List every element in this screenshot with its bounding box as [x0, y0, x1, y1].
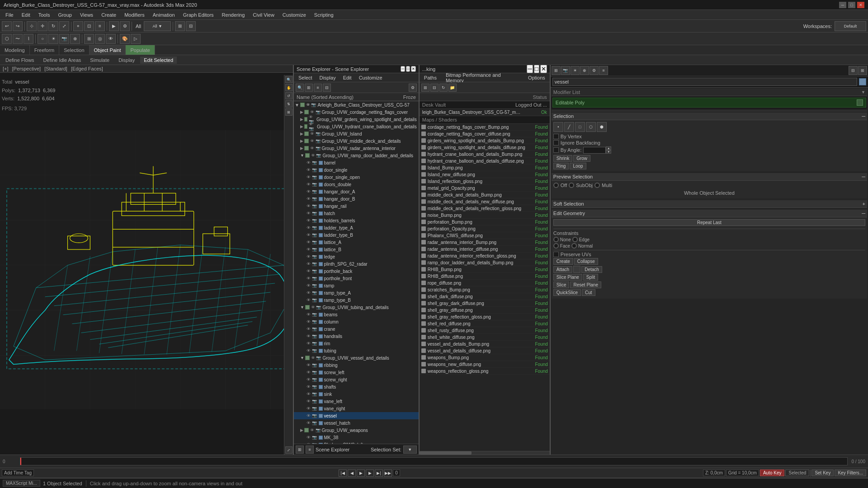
- se-item-ramp-b[interactable]: 👁 📷 ramp_type_B: [294, 296, 419, 304]
- minimize-btn[interactable]: ─: [839, 2, 846, 8]
- se-item-middledeck[interactable]: ▶ 👁 📷 Group_UVW_middle_deck_and_details: [294, 137, 419, 145]
- se-minimize-btn[interactable]: ─: [401, 66, 405, 72]
- subtab-display[interactable]: Display: [115, 56, 138, 64]
- undo-btn[interactable]: ↩: [2, 21, 12, 31]
- asset-list-item[interactable]: perforation_Opacity.png Found: [420, 225, 550, 232]
- viewport[interactable]: [+] [Perspective] [Standard] [Edged Face…: [0, 65, 294, 455]
- go-start-btn[interactable]: |◀: [339, 469, 347, 477]
- quick-render-btn[interactable]: ▷: [131, 34, 141, 44]
- se-options-btn[interactable]: ⚙: [409, 84, 417, 92]
- menu-animation[interactable]: Animation: [149, 11, 179, 19]
- object-name-field[interactable]: [552, 78, 857, 86]
- selection-set-dropdown[interactable]: ▼: [403, 446, 417, 454]
- auto-key-btn[interactable]: Auto Key: [760, 469, 785, 476]
- ap-toolbar-btn2[interactable]: ⊟: [430, 84, 439, 92]
- asset-list-item[interactable]: hydrant_crane_balloon_and_details_Bump.p…: [420, 151, 550, 158]
- asset-list-item[interactable]: metal_grid_Opacity.png Found: [420, 185, 550, 192]
- frame-counter[interactable]: 0: [393, 469, 400, 476]
- next-frame-btn[interactable]: ▶: [366, 469, 374, 477]
- pp-icon-2[interactable]: 📷: [561, 66, 570, 75]
- vp-dolly-btn[interactable]: ⇅: [285, 100, 292, 108]
- object-color-swatch[interactable]: [859, 78, 866, 85]
- se-item-doors-double[interactable]: 👁 📷 doors_double: [294, 181, 419, 188]
- vp-label-standard[interactable]: [Standard]: [44, 66, 67, 71]
- se-hierarchy-btn[interactable]: ⊞: [305, 84, 313, 92]
- asset-list-item[interactable]: middle_deck_and_details_reflection_gloss…: [420, 205, 550, 212]
- ap-close-btn[interactable]: ✕: [540, 65, 547, 73]
- edge-radio[interactable]: [572, 237, 578, 242]
- vp-label-edged[interactable]: [Edged Faces]: [71, 66, 103, 71]
- asset-list-item[interactable]: hydrant_crane_balloon_and_details_diffus…: [420, 158, 550, 164]
- window-controls[interactable]: ─ □ ✕: [839, 2, 864, 8]
- asset-list-item[interactable]: shell_red_diffuse.png Found: [420, 320, 550, 327]
- menu-civil-view[interactable]: Civil View: [249, 11, 278, 19]
- multi-radio[interactable]: [594, 183, 600, 188]
- vp-fov-btn[interactable]: ⊞: [285, 108, 292, 116]
- snap-btn[interactable]: ⌖: [73, 21, 83, 31]
- asset-list-item[interactable]: noise_Bump.png Found: [420, 212, 550, 219]
- grow-btn[interactable]: Grow: [573, 155, 590, 162]
- se-item-vane-right[interactable]: 👁 📷 vane_right: [294, 405, 419, 412]
- asset-list-item[interactable]: shell_white_diffuse.png Found: [420, 334, 550, 341]
- se-item-radar[interactable]: ▶ 👁 📷 Group_UVW_radar_antenna_interior: [294, 145, 419, 152]
- se-item-crane[interactable]: 👁 📷 crane: [294, 325, 419, 333]
- asset-list-item[interactable]: radar_antenna_interior_diffuse.png Found: [420, 246, 550, 253]
- object-btn[interactable]: ○: [38, 34, 47, 44]
- attach-options-btn[interactable]: [573, 266, 580, 273]
- isolate-btn[interactable]: ◎: [95, 34, 105, 44]
- soft-selection-header[interactable]: Soft Selection +: [552, 200, 867, 208]
- pp-icon-1[interactable]: ⊞: [552, 66, 561, 75]
- asset-list-item[interactable]: shell_gray_reflection_gloss.png Found: [420, 314, 550, 320]
- move-btn[interactable]: ✛: [38, 21, 47, 31]
- se-item-rim[interactable]: 👁 📷 rim: [294, 340, 419, 347]
- angle-up[interactable]: ▲: [606, 146, 611, 150]
- menu-customize[interactable]: Customize: [279, 11, 310, 19]
- se-item-screw-left[interactable]: 👁 📷 screw_left: [294, 369, 419, 376]
- tab-object-paint[interactable]: Object Paint: [90, 45, 126, 55]
- poly-mode-btn[interactable]: ⬡: [586, 122, 596, 132]
- poly-btn[interactable]: ⬡: [2, 34, 12, 44]
- hide-sel-btn[interactable]: 👁: [106, 34, 116, 44]
- element-mode-btn[interactable]: ⬢: [597, 122, 607, 132]
- prev-frame-btn[interactable]: ◀: [348, 469, 356, 477]
- loop-btn[interactable]: Loop: [570, 163, 586, 169]
- ap-toolbar-btn1[interactable]: ⊞: [421, 84, 429, 92]
- se-item-ribbing[interactable]: 👁 📷 ribbing: [294, 361, 419, 369]
- asset-list[interactable]: Desk Vault Logged Out ... leigh_Burke_Cl…: [420, 101, 550, 451]
- asset-list-item[interactable]: weapons_reflection_gloss.png Found: [420, 368, 550, 375]
- modifier-color-btn[interactable]: [857, 99, 863, 106]
- se-item-vessel-hatch[interactable]: 👁 📷 vessel_hatch: [294, 419, 419, 427]
- se-menu-customize[interactable]: Customize: [356, 74, 385, 81]
- se-item-ramp[interactable]: 👁 📷 ramp: [294, 282, 419, 289]
- slice-btn[interactable]: Slice: [553, 282, 570, 288]
- ap-scrollbar[interactable]: [420, 451, 550, 455]
- se-item-screw-right[interactable]: 👁 📷 screw_right: [294, 376, 419, 383]
- asset-list-item[interactable]: shell_dark_diffuse.png Found: [420, 293, 550, 300]
- key-filters-btn[interactable]: Key Filters...: [835, 469, 866, 476]
- vp-orbit-btn[interactable]: ↺: [285, 92, 292, 99]
- camera-btn[interactable]: 📷: [59, 34, 69, 44]
- asset-list-item[interactable]: shell_rusty_diffuse.png Found: [420, 327, 550, 334]
- tab-selection[interactable]: Selection: [59, 45, 89, 55]
- se-item-lattice-a[interactable]: 👁 📷 lattice_A: [294, 239, 419, 246]
- se-item-mk38[interactable]: 👁 📷 MK_38: [294, 434, 419, 441]
- by-angle-checkbox[interactable]: [553, 147, 559, 153]
- se-item-door-single-open[interactable]: 👁 📷 door_single_open: [294, 174, 419, 181]
- preview-selection-header[interactable]: Preview Selection ─: [552, 173, 867, 181]
- mat-editor-btn[interactable]: 🎨: [120, 34, 130, 44]
- ap-minimize-btn[interactable]: ─: [527, 65, 533, 73]
- modifier-list-dropdown[interactable]: ▼: [861, 90, 865, 94]
- preserve-uvs-checkbox[interactable]: [553, 252, 559, 257]
- se-item-ledge[interactable]: 👁 📷 ledge: [294, 253, 419, 260]
- slice-plane-btn[interactable]: Slice Plane: [553, 274, 582, 281]
- edge-mode-btn[interactable]: ╱: [564, 122, 574, 132]
- subtab-edit-selected[interactable]: Edit Selected: [140, 56, 177, 64]
- subtab-define-idle[interactable]: Define Idle Areas: [40, 56, 85, 64]
- render-setup-btn[interactable]: ⚙: [120, 21, 130, 31]
- off-radio[interactable]: [553, 183, 559, 188]
- asset-list-item[interactable]: vessel_and_details_diffuse.png Found: [420, 347, 550, 354]
- asset-list-item[interactable]: girders_wiring_spotlight_and_details_Bum…: [420, 137, 550, 144]
- se-item-barrel[interactable]: 👁 📷 barrel: [294, 159, 419, 166]
- sel-filter-btn[interactable]: ⊞: [84, 34, 94, 44]
- create-btn[interactable]: Create: [553, 258, 573, 265]
